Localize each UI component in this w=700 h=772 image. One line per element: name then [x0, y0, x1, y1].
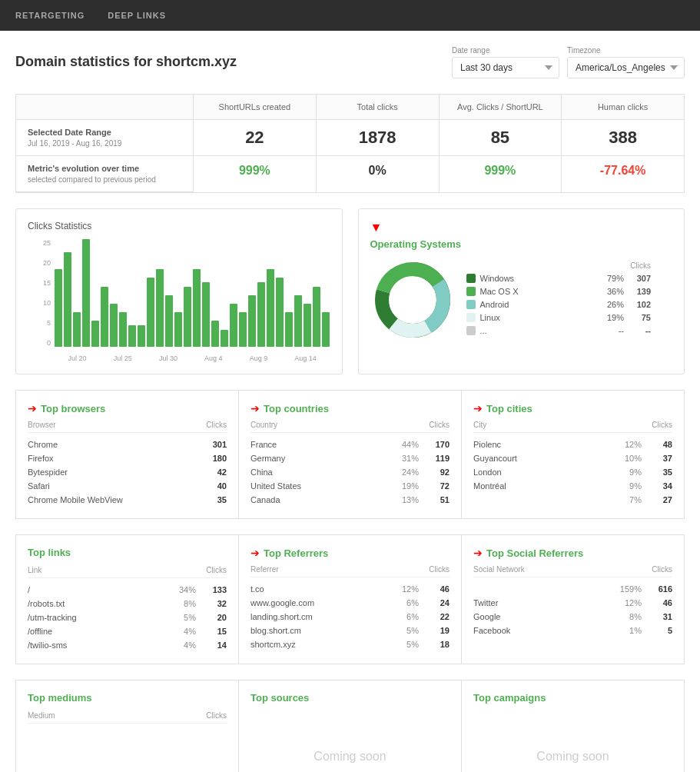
cities-col-clicks: Clicks: [642, 421, 672, 429]
chart-bar: [294, 295, 302, 347]
y-label-20: 20: [28, 259, 51, 267]
row-clicks: 92: [419, 468, 450, 477]
selectors: Date range Last 30 days Timezone America…: [452, 46, 685, 78]
social-col-clicks: Clicks: [642, 565, 672, 574]
cities-col-pct: [615, 421, 642, 429]
os-color-swatch: [466, 287, 476, 296]
cities-table-header: City Clicks: [473, 421, 672, 433]
social-rows: 159% 616 Twitter 12% 46 Google 8% 31 Fac…: [473, 582, 672, 637]
browsers-col-browser: Browser: [28, 421, 196, 429]
countries-col-clicks: Clicks: [419, 421, 450, 429]
stat-avg-clicks-value: 85: [439, 120, 562, 156]
row-clicks: 301: [196, 440, 227, 449]
chart-bar: [184, 287, 191, 347]
social-table-header: Social Network Clicks: [473, 565, 672, 577]
table-row: 159% 616: [473, 582, 672, 596]
top-links-title: Top links: [28, 547, 227, 558]
table-row: China 24% 92: [250, 465, 450, 479]
row-pct: 8%: [615, 612, 642, 621]
chart-bar: [322, 312, 330, 347]
os-name: ...: [480, 326, 598, 335]
row-name: Montréal: [473, 481, 615, 491]
chart-y-axis: 25 20 15 10 5 0: [28, 239, 51, 347]
referrers-col-pct: [392, 565, 419, 574]
top-countries-section: ➔ Top countries Country Clicks France 44…: [239, 390, 462, 519]
row-clicks: 27: [642, 495, 672, 504]
chart-bar: [64, 252, 71, 347]
stat-shorturls-value: 22: [193, 120, 316, 156]
chart-bar: [276, 278, 284, 347]
os-pct: 19%: [597, 313, 624, 322]
y-label-15: 15: [28, 279, 51, 287]
row-clicks: 15: [196, 627, 227, 636]
top-cities-section: ➔ Top cities City Clicks Piolenc 12% 48 …: [462, 390, 685, 519]
row-name: Piolenc: [473, 440, 615, 449]
chart-bar: [285, 312, 293, 347]
os-color-swatch: [466, 326, 476, 335]
row-clicks: 46: [642, 598, 672, 607]
row-clicks: 31: [642, 612, 672, 621]
row-clicks: 48: [642, 440, 672, 449]
date-range-dropdown[interactable]: Last 30 days: [452, 57, 559, 78]
browsers-rows: Chrome 301 Firefox 180 Bytespider 42 Saf…: [28, 438, 227, 507]
table-row: London 9% 35: [473, 465, 672, 479]
top-sources-title: Top sources: [250, 692, 450, 704]
row-pct: 12%: [615, 440, 642, 449]
top-social-referrers-section: ➔ Top Social Referrers Social Network Cl…: [462, 534, 685, 664]
row-name: Chrome: [28, 440, 196, 449]
chart-bar: [304, 304, 311, 347]
row-pct: 12%: [615, 598, 642, 607]
os-name: Mac OS X: [480, 287, 598, 296]
row-name: Germany: [250, 454, 392, 463]
countries-table-header: Country Clicks: [250, 421, 450, 433]
table-row: Chrome 301: [28, 438, 227, 451]
top-referrers-section: ➔ Top Referrers Referrer Clicks t.co 12%…: [239, 534, 462, 664]
chart-x-labels: Jul 20 Jul 25 Jul 30 Aug 4 Aug 9 Aug 14: [55, 354, 330, 362]
os-row: Windows 79% 307: [466, 274, 652, 283]
timezone-dropdown[interactable]: America/Los_Angeles: [567, 57, 685, 78]
charts-row: Clicks Statistics 25 20 15 10 5 0 Jul 20…: [15, 208, 685, 374]
os-clicks-col-label: Clicks: [630, 261, 651, 270]
chart-bar: [211, 321, 219, 347]
row-pct: 5%: [169, 613, 196, 622]
col-header-avg-clicks: Avg. Clicks / ShortURL: [439, 95, 562, 120]
browsers-table-header: Browser Clicks: [28, 421, 227, 433]
chart-bar: [202, 282, 210, 347]
links-col-pct: [169, 566, 196, 574]
os-clicks-val: --: [624, 326, 651, 335]
referrers-col-clicks: Clicks: [419, 565, 450, 574]
table-row: 7% 27: [473, 493, 672, 507]
row-name: landing.short.cm: [250, 612, 392, 621]
os-arrow-indicator: ▼: [370, 221, 673, 235]
stats-date-range-title: Selected Date Range: [28, 128, 181, 137]
nav-deep-links[interactable]: DEEP LINKS: [108, 2, 166, 29]
row-name: Facebook: [473, 626, 615, 635]
x-label-jul20: Jul 20: [68, 354, 87, 362]
row-name: France: [250, 440, 392, 449]
clicks-chart-title: Clicks Statistics: [28, 221, 330, 231]
sources-coming-soon: Coming soon: [250, 711, 450, 772]
stats-date-range: Selected Date Range Jul 16, 2019 - Aug 1…: [16, 120, 193, 156]
row-clicks: 170: [419, 440, 450, 449]
row-pct: 10%: [615, 454, 642, 463]
stat-total-clicks-value: 1878: [316, 120, 439, 156]
os-rows: Windows 79% 307 Mac OS X 36% 139 Android…: [466, 274, 652, 335]
social-col-pct: [615, 565, 642, 574]
top-browsers-title: Top browsers: [41, 403, 105, 414]
os-color-swatch: [466, 300, 476, 309]
table-row: Piolenc 12% 48: [473, 438, 672, 451]
row-name: /utm-tracking: [28, 613, 169, 622]
top-mediums-section: Top mediums Medium Clicks: [15, 680, 239, 772]
y-label-10: 10: [28, 299, 51, 307]
stats-evolution-label: Metric's evolution over time selected co…: [16, 156, 193, 192]
social-arrow: ➔: [473, 547, 483, 559]
nav-retargeting[interactable]: RETARGETING: [15, 2, 85, 29]
row-clicks: 22: [419, 612, 450, 621]
table-row: blog.short.cm 5% 19: [250, 624, 450, 637]
chart-bar: [193, 269, 201, 347]
referrers-arrow: ➔: [250, 547, 260, 559]
table-row: Facebook 1% 5: [473, 624, 672, 637]
table-row: / 34% 133: [28, 583, 227, 597]
campaigns-coming-soon: Coming soon: [473, 711, 672, 772]
links-col-clicks: Clicks: [196, 566, 227, 574]
